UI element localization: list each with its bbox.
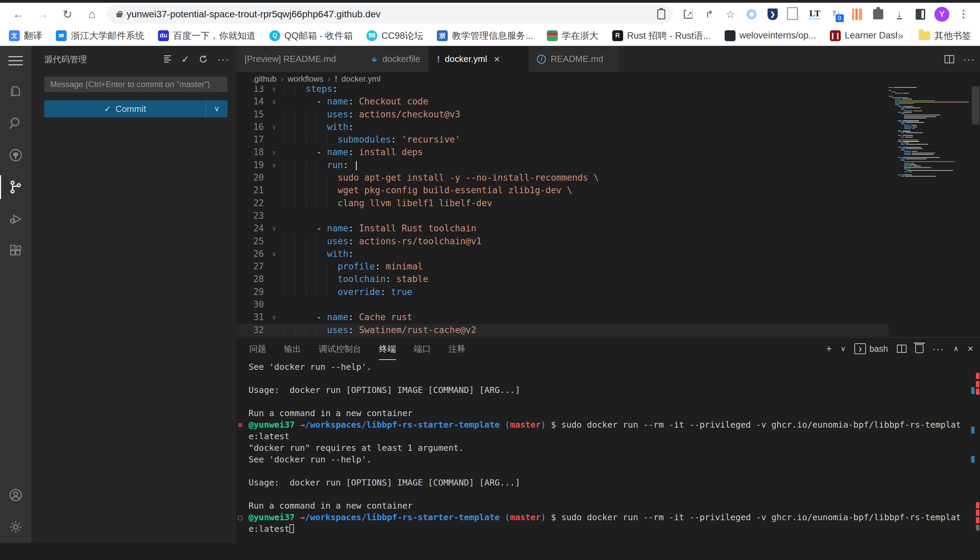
bookmark-item[interactable]: RRust 招聘 - Rust语... <box>612 30 711 42</box>
line-number: 31 <box>236 311 264 323</box>
tab-sync-icon[interactable]: ↻0 <box>828 7 843 22</box>
commit-check-icon[interactable]: ✓ <box>182 54 189 65</box>
settings-gear-icon[interactable] <box>0 511 31 543</box>
account-icon[interactable] <box>0 479 31 511</box>
split-editor-icon[interactable] <box>945 55 954 63</box>
panel-tab-注释[interactable]: 注释 <box>448 337 465 360</box>
bookmark-label: CC98论坛 <box>381 30 423 42</box>
panel-tab-调试控制台[interactable]: 调试控制台 <box>319 337 361 360</box>
fold-chevron-icon[interactable]: ∨ <box>264 159 284 172</box>
extension-pages-icon[interactable] <box>786 7 801 22</box>
fold-chevron-icon[interactable]: ∨ <box>264 248 284 260</box>
reading-mode-icon[interactable] <box>913 7 928 22</box>
line-number: 32 <box>236 324 264 337</box>
profile-avatar[interactable]: Y <box>934 7 949 22</box>
bookmark-label: 百度一下，你就知道 <box>173 30 256 42</box>
home-button[interactable]: ⌂ <box>83 5 101 23</box>
code-line: 23 <box>236 210 889 222</box>
refresh-icon[interactable] <box>198 54 208 64</box>
tab-readme.md[interactable]: iREADME.md <box>529 46 619 72</box>
bookmark-item[interactable]: 文翻译 <box>9 30 42 42</box>
extensions-icon[interactable] <box>0 235 31 267</box>
other-bookmarks-label[interactable]: 其他书签 <box>934 30 971 42</box>
share-icon[interactable]: ↱ <box>702 7 717 22</box>
terminal-instance[interactable]: ❯ bash <box>855 343 888 354</box>
close-panel-icon[interactable]: × <box>968 343 973 354</box>
tab-dockerfile[interactable]: dockerfile <box>363 46 429 72</box>
split-terminal-icon[interactable] <box>897 345 906 353</box>
search-icon[interactable] <box>0 107 31 139</box>
github-icon[interactable] <box>0 139 31 171</box>
reload-button[interactable]: ↻ <box>59 5 76 23</box>
fold-gutter <box>264 108 284 121</box>
terminal-output[interactable]: See 'docker run --help'.Usage: docker ru… <box>249 361 967 535</box>
breadcrumb-item[interactable]: docker.yml <box>341 74 381 84</box>
menu-icon[interactable] <box>0 46 31 75</box>
back-button[interactable]: ← <box>10 5 27 23</box>
bookmark-item[interactable]: 浙教学管理信息服务... <box>437 30 533 42</box>
bookmark-star-icon[interactable]: ☆ <box>723 7 738 22</box>
url-text[interactable]: yunwei37-potential-space-trout-rpr5qwj66… <box>127 9 381 20</box>
open-in-new-icon[interactable] <box>681 7 696 22</box>
source-control-icon[interactable] <box>0 171 31 203</box>
breadcrumb-item[interactable]: .github <box>252 74 276 84</box>
bookmark-item[interactable]: 学在浙大 <box>547 30 599 42</box>
bookmark-item[interactable]: weloveinterns/op... <box>725 30 816 41</box>
extensions-puzzle-icon[interactable] <box>871 7 886 22</box>
bookmark-item[interactable]: ✉浙江大学邮件系统 <box>56 30 144 42</box>
browser-menu-icon[interactable] <box>956 7 971 22</box>
address-bar[interactable]: yunwei37-potential-space-trout-rpr5qwj66… <box>107 5 673 23</box>
kill-terminal-icon[interactable] <box>915 344 923 353</box>
bookmark-item[interactable]: QQQ邮箱 - 收件箱 <box>269 30 353 42</box>
code-line: 15 uses: actions/checkout@v3 <box>236 108 889 121</box>
fold-chevron-icon[interactable]: ∨ <box>264 121 284 133</box>
run-debug-icon[interactable] <box>0 203 31 235</box>
clipboard-icon[interactable] <box>657 9 666 19</box>
tab-docker.yml[interactable]: !docker.yml× <box>429 46 529 72</box>
bookmark-label: 教学管理信息服务... <box>452 30 533 42</box>
download-icon[interactable]: ↓ <box>892 7 907 22</box>
commit-message-input[interactable] <box>44 77 227 92</box>
commit-dropdown-chevron[interactable]: ∨ <box>206 100 227 117</box>
code-text: uses: actions-rs/toolchain@v1 <box>284 235 889 248</box>
extension-ring-icon[interactable] <box>744 7 759 22</box>
breadcrumb-item[interactable]: workflows <box>288 74 323 84</box>
terminal-scroll-mark <box>971 387 975 394</box>
code-line: 21 wget pkg-config build-essential zlib1… <box>236 184 889 197</box>
fold-gutter <box>264 172 284 184</box>
fold-chevron-icon[interactable]: ∨ <box>264 146 284 158</box>
minimap-line <box>889 90 970 91</box>
extension-shield-icon[interactable]: ❯ <box>765 7 780 22</box>
panel-tab-端口[interactable]: 端口 <box>414 337 431 360</box>
code-editor[interactable]: 13∨ steps:14∨ - name: Checkout code15 us… <box>236 86 980 337</box>
editor-scrollbar[interactable] <box>971 86 980 337</box>
bookmarks-overflow-chevron[interactable]: » <box>898 30 903 42</box>
fold-chevron-icon[interactable]: ∨ <box>264 95 284 108</box>
panel-tab-问题[interactable]: 问题 <box>249 337 266 360</box>
terminal-picker-chevron[interactable]: ∨ <box>841 345 846 353</box>
commit-button[interactable]: ✓ Commit ∨ <box>44 100 227 117</box>
panel-tab-输出[interactable]: 输出 <box>284 337 301 360</box>
bookmark-item[interactable]: du百度一下，你就知道 <box>158 30 256 42</box>
fold-chevron-icon[interactable]: ∨ <box>264 311 284 323</box>
bookmark-item[interactable]: ❙❙Learner Dashboar... <box>830 30 898 41</box>
command-failed-icon: ⊗ <box>237 419 242 431</box>
forward-button[interactable]: → <box>34 5 52 23</box>
minimap-line <box>904 169 970 170</box>
view-and-sort-icon[interactable] <box>162 54 173 64</box>
fold-chevron-icon[interactable]: ∨ <box>264 222 284 235</box>
tab-close-icon[interactable]: × <box>494 53 500 65</box>
minimap[interactable] <box>889 87 970 177</box>
bookmark-item[interactable]: 98CC98论坛 <box>366 30 423 42</box>
extension-crayons-icon[interactable] <box>850 7 865 22</box>
panel-tab-终端[interactable]: 终端 <box>379 337 396 360</box>
scm-more-icon[interactable]: ··· <box>217 53 229 65</box>
fold-chevron-icon[interactable]: ∨ <box>264 86 284 95</box>
new-terminal-icon[interactable]: + <box>826 343 831 354</box>
languagetool-icon[interactable]: LT <box>807 7 822 22</box>
explorer-icon[interactable] <box>0 75 31 107</box>
maximize-panel-icon[interactable]: ∧ <box>953 344 959 353</box>
tab--preview-readme.md[interactable]: [Preview] README.md <box>236 46 363 72</box>
panel-more-icon[interactable]: ··· <box>932 343 945 355</box>
editor-more-icon[interactable]: ··· <box>963 53 975 65</box>
